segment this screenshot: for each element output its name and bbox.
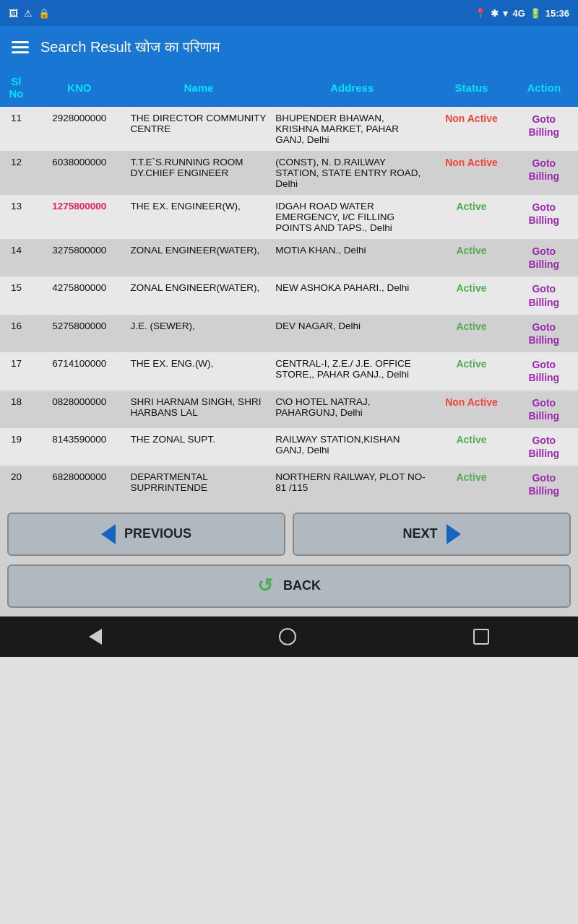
cell-kno: 6828000000 (33, 466, 126, 503)
goto-billing-button[interactable]: GotoBilling (528, 472, 559, 497)
hamburger-menu[interactable] (12, 38, 29, 56)
table-row: 16 5275800000 J.E. (SEWER), DEV NAGAR, D… (0, 315, 578, 352)
status-badge: Non Active (433, 151, 509, 195)
status-badge: Active (433, 195, 509, 239)
cell-address: C\O HOTEL NATRAJ, PAHARGUNJ, Delhi (271, 391, 433, 428)
goto-billing-button[interactable]: GotoBilling (528, 113, 559, 138)
cell-sl: 12 (0, 151, 33, 195)
bluetooth-icon: ✱ (491, 8, 499, 19)
cell-name: THE EX. ENG.(W), (126, 352, 272, 390)
cell-action[interactable]: GotoBilling (510, 239, 578, 276)
cell-name: DEPARTMENTAL SUPRRINTENDE (126, 466, 272, 503)
table-row: 15 4275800000 ZONAL ENGINEER(WATER), NEW… (0, 276, 578, 314)
cell-address: IDGAH ROAD WATER EMERGENCY, I/C FILLING … (271, 195, 433, 239)
cell-action[interactable]: GotoBilling (510, 195, 578, 239)
status-badge: Active (433, 239, 509, 276)
table-header-row: Sl No KNO Name Address Status Action (0, 68, 578, 107)
back-nav-icon[interactable] (89, 629, 102, 645)
cell-name: THE EX. ENGINEER(W), (126, 195, 272, 239)
previous-button[interactable]: PREVIOUS (7, 513, 285, 556)
cell-sl: 17 (0, 352, 33, 390)
image-icon: 🖼 (9, 8, 18, 19)
cell-sl: 15 (0, 276, 33, 314)
cell-address: (CONST), N. D.RAILWAY STATION, STATE ENT… (271, 151, 433, 195)
cell-address: NORTHERN RAILWAY, PLOT NO-81 /115 (271, 466, 433, 503)
arrow-right-icon (447, 524, 461, 544)
recents-nav-icon[interactable] (473, 629, 489, 645)
android-nav-bar (0, 616, 578, 657)
goto-billing-button[interactable]: GotoBilling (528, 201, 559, 226)
cell-name: THE DIRECTOR COMMUNITY CENTRE (126, 107, 272, 151)
cell-address: MOTIA KHAN., Delhi (271, 239, 433, 276)
status-badge: Active (433, 352, 509, 390)
cell-action[interactable]: GotoBilling (510, 466, 578, 503)
table-row: 14 3275800000 ZONAL ENGINEER(WATER), MOT… (0, 239, 578, 276)
status-bar-right: 📍 ✱ ▾ 4G 🔋 15:36 (475, 8, 569, 19)
next-button[interactable]: NEXT (293, 513, 571, 556)
status-badge: Non Active (433, 391, 509, 428)
goto-billing-button[interactable]: GotoBilling (528, 321, 559, 346)
cell-kno: 4275800000 (33, 276, 126, 314)
cell-sl: 20 (0, 466, 33, 503)
cell-action[interactable]: GotoBilling (510, 428, 578, 466)
status-bar-left: 🖼 ⚠ 🔒 (9, 8, 50, 19)
alert-icon: ⚠ (24, 8, 33, 19)
cell-name: THE ZONAL SUPT. (126, 428, 272, 466)
goto-billing-button[interactable]: GotoBilling (528, 397, 559, 422)
table-row: 20 6828000000 DEPARTMENTAL SUPRRINTENDE … (0, 466, 578, 503)
cell-kno: 6714100000 (33, 352, 126, 390)
lock-icon: 🔒 (38, 8, 50, 19)
col-header-kno: KNO (33, 68, 126, 107)
results-table: Sl No KNO Name Address Status Action 11 … (0, 68, 578, 504)
cell-address: CENTRAL-I, Z.E./ J.E. OFFICE STORE,, PAH… (271, 352, 433, 390)
cell-kno: 3275800000 (33, 239, 126, 276)
cell-kno: 6038000000 (33, 151, 126, 195)
previous-label: PREVIOUS (124, 526, 191, 541)
cell-action[interactable]: GotoBilling (510, 352, 578, 390)
cell-name: T.T.E`S.RUNNING ROOM DY.CHIEF ENGINEER (126, 151, 272, 195)
next-label: NEXT (402, 526, 437, 541)
wifi-icon: ▾ (503, 8, 508, 19)
goto-billing-button[interactable]: GotoBilling (528, 157, 559, 182)
cell-sl: 11 (0, 107, 33, 151)
cell-name: ZONAL ENGINEER(WATER), (126, 276, 272, 314)
home-nav-icon[interactable] (279, 628, 296, 645)
table-row: 17 6714100000 THE EX. ENG.(W), CENTRAL-I… (0, 352, 578, 390)
goto-billing-button[interactable]: GotoBilling (528, 359, 559, 383)
cell-sl: 16 (0, 315, 33, 352)
cell-action[interactable]: GotoBilling (510, 391, 578, 428)
location-icon: 📍 (475, 8, 486, 19)
table-row: 19 8143590000 THE ZONAL SUPT. RAILWAY ST… (0, 428, 578, 466)
goto-billing-button[interactable]: GotoBilling (528, 245, 559, 270)
cell-action[interactable]: GotoBilling (510, 151, 578, 195)
goto-billing-button[interactable]: GotoBilling (528, 435, 559, 459)
cell-action[interactable]: GotoBilling (510, 276, 578, 314)
cell-kno: 2928000000 (33, 107, 126, 151)
col-header-sl: Sl No (0, 68, 33, 107)
cell-action[interactable]: GotoBilling (510, 315, 578, 352)
cell-action[interactable]: GotoBilling (510, 107, 578, 151)
col-header-name: Name (126, 68, 272, 107)
cell-kno: 1275800000 (33, 195, 126, 239)
goto-billing-button[interactable]: GotoBilling (528, 283, 559, 308)
table-row: 18 0828000000 SHRI HARNAM SINGH, SHRI HA… (0, 391, 578, 428)
bottom-area: PREVIOUS NEXT ↺ BACK (0, 504, 578, 616)
status-badge: Active (433, 466, 509, 503)
signal-strength: 4G (512, 8, 525, 19)
status-badge: Non Active (433, 107, 509, 151)
cell-kno: 5275800000 (33, 315, 126, 352)
battery-icon: 🔋 (530, 8, 541, 19)
cell-sl: 18 (0, 391, 33, 428)
cell-name: ZONAL ENGINEER(WATER), (126, 239, 272, 276)
cell-address: BHUPENDER BHAWAN, KRISHNA MARKET, PAHAR … (271, 107, 433, 151)
cell-sl: 14 (0, 239, 33, 276)
status-bar: 🖼 ⚠ 🔒 📍 ✱ ▾ 4G 🔋 15:36 (0, 0, 578, 26)
back-label: BACK (283, 578, 321, 593)
table-row: 13 1275800000 THE EX. ENGINEER(W), IDGAH… (0, 195, 578, 239)
col-header-action: Action (510, 68, 578, 107)
page-title: Search Result खोज का परिणाम (40, 39, 220, 56)
cell-address: NEW ASHOKA PAHARI., Delhi (271, 276, 433, 314)
back-button[interactable]: ↺ BACK (7, 565, 571, 608)
results-table-container: Sl No KNO Name Address Status Action 11 … (0, 68, 578, 504)
table-row: 12 6038000000 T.T.E`S.RUNNING ROOM DY.CH… (0, 151, 578, 195)
